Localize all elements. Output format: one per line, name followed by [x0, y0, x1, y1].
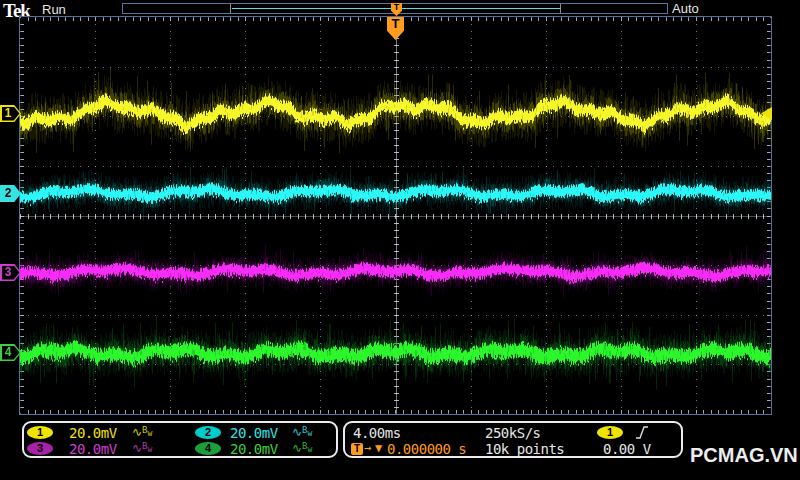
trigger-mode-status: Auto [672, 1, 699, 16]
trigger-position-readout: 0.000000 s [387, 441, 466, 457]
ch4-scale: 20.0mV [230, 441, 278, 457]
watermark: PCMAG.VN [690, 444, 798, 467]
channel-readout-box: 1 20.0mV ∿Bw 2 20.0mV ∿Bw 3 20.0mV ∿Bw 4… [22, 421, 338, 458]
ch3-scale: 20.0mV [69, 441, 117, 457]
ch4-coupling-bandwidth-icon: ∿Bw [292, 441, 312, 455]
record-view-divider [560, 4, 561, 13]
ch3-badge: 3 [27, 442, 53, 455]
ch2-marker-label: 2 [0, 185, 16, 202]
trigger-source-badge: 1 [597, 426, 623, 439]
ch2-position-marker[interactable]: 2 [0, 185, 21, 202]
ch1-position-marker[interactable]: 1 [0, 105, 21, 122]
trigger-level-readout: 0.00 V [603, 441, 651, 457]
record-view-divider [230, 4, 231, 13]
ch4-badge: 4 [195, 442, 221, 455]
ch1-coupling-bandwidth-icon: ∿Bw [132, 425, 152, 439]
ch2-badge: 2 [195, 426, 221, 439]
sample-rate: 250kS/s [485, 425, 541, 441]
ch3-position-marker[interactable]: 3 [0, 264, 21, 281]
trigger-arrow-icon: → [364, 441, 371, 455]
acquisition-status: Run [42, 2, 66, 17]
ch3-marker-label: 3 [0, 264, 16, 281]
trigger-t-icon: T [351, 443, 363, 455]
time-per-div: 4.00ms [353, 425, 401, 441]
record-length: 10k points [485, 441, 564, 457]
ch2-scale: 20.0mV [230, 425, 278, 441]
ch2-coupling-bandwidth-icon: ∿Bw [292, 425, 312, 439]
ch3-coupling-bandwidth-icon: ∿Bw [132, 441, 152, 455]
ch1-marker-label: 1 [0, 105, 16, 122]
oscilloscope-screen: { "header": { "brand": "Tek", "acquisiti… [0, 0, 800, 480]
ch1-badge: 1 [27, 426, 53, 439]
waveform-canvas [20, 17, 771, 414]
record-view-trigger-t-icon[interactable]: T [391, 3, 402, 16]
trigger-slope-rising-icon [635, 425, 649, 440]
record-view-bar: T [122, 3, 668, 14]
ch1-scale: 20.0mV [69, 425, 117, 441]
ch4-position-marker[interactable]: 4 [0, 344, 21, 361]
trigger-level-down-icon: ▼ [375, 441, 382, 455]
ch4-marker-label: 4 [0, 344, 16, 361]
graticule [19, 16, 772, 415]
horizontal-trigger-readout-box: 4.00ms 250kS/s 1 T → ▼ 0.000000 s 10k po… [343, 421, 683, 458]
